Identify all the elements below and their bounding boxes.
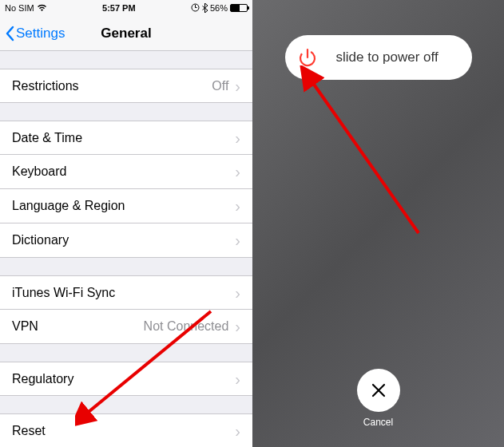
svg-line-4 bbox=[311, 80, 419, 233]
cell-value: Not Connected bbox=[144, 319, 229, 334]
chevron-right-icon: › bbox=[235, 232, 240, 248]
cell-label: Language & Region bbox=[12, 199, 235, 213]
cell-value: Off bbox=[212, 79, 228, 93]
group-localization: Date & Time › Keyboard › Language & Regi… bbox=[0, 121, 252, 258]
slide-label: slide to power off bbox=[327, 49, 469, 65]
cell-keyboard[interactable]: Keyboard › bbox=[0, 155, 252, 189]
chevron-right-icon: › bbox=[235, 130, 240, 146]
battery-pct: 56% bbox=[210, 3, 228, 13]
chevron-right-icon: › bbox=[235, 423, 240, 439]
cell-label: Reset bbox=[12, 424, 235, 438]
page-title: General bbox=[101, 26, 151, 42]
battery-icon bbox=[230, 4, 248, 12]
cell-label: Keyboard bbox=[12, 164, 235, 179]
slide-to-power-off[interactable]: slide to power off bbox=[285, 35, 472, 80]
chevron-right-icon: › bbox=[235, 285, 240, 301]
rotation-lock-icon bbox=[191, 3, 200, 14]
group-reset: Reset › Shut Down bbox=[0, 413, 252, 447]
wifi-icon bbox=[37, 4, 47, 12]
chevron-right-icon: › bbox=[235, 371, 240, 387]
back-chevron-icon bbox=[5, 26, 14, 42]
settings-general-screen: No SIM 5:57 PM 56% Settings General Rest… bbox=[0, 0, 252, 447]
close-icon bbox=[370, 382, 387, 399]
cell-label: Date & Time bbox=[12, 131, 235, 145]
cell-language-region[interactable]: Language & Region › bbox=[0, 189, 252, 224]
chevron-right-icon: › bbox=[235, 318, 240, 334]
cell-itunes-wifi-sync[interactable]: iTunes Wi-Fi Sync › bbox=[0, 275, 252, 310]
cancel-label: Cancel bbox=[357, 417, 400, 428]
cell-regulatory[interactable]: Regulatory › bbox=[0, 362, 252, 396]
cell-label: iTunes Wi-Fi Sync bbox=[12, 286, 235, 300]
cell-dictionary[interactable]: Dictionary › bbox=[0, 224, 252, 258]
annotation-arrow-power-icon bbox=[299, 65, 435, 249]
cell-reset[interactable]: Reset › bbox=[0, 413, 252, 447]
cell-label: Restrictions bbox=[12, 79, 212, 93]
bluetooth-icon bbox=[202, 3, 208, 13]
cell-date-time[interactable]: Date & Time › bbox=[0, 121, 252, 155]
back-button[interactable]: Settings bbox=[0, 26, 65, 42]
carrier-text: No SIM bbox=[5, 3, 34, 13]
cell-restrictions[interactable]: Restrictions Off › bbox=[0, 69, 252, 103]
cancel-group: Cancel bbox=[357, 369, 400, 428]
nav-bar: Settings General bbox=[0, 16, 252, 51]
cell-label: Dictionary bbox=[12, 233, 235, 247]
group-regulatory: Regulatory › bbox=[0, 362, 252, 396]
status-time: 5:57 PM bbox=[102, 3, 136, 13]
status-bar: No SIM 5:57 PM 56% bbox=[0, 0, 252, 16]
cancel-button[interactable] bbox=[357, 369, 400, 412]
cell-label: VPN bbox=[12, 319, 144, 334]
chevron-right-icon: › bbox=[235, 198, 240, 214]
power-off-screen: slide to power off Cancel bbox=[252, 0, 504, 447]
cell-label: Regulatory bbox=[12, 372, 235, 386]
cell-vpn[interactable]: VPN Not Connected › bbox=[0, 310, 252, 344]
chevron-right-icon: › bbox=[235, 78, 240, 94]
chevron-right-icon: › bbox=[235, 164, 240, 180]
back-label: Settings bbox=[16, 26, 65, 42]
group-restrictions: Restrictions Off › bbox=[0, 69, 252, 103]
group-sync: iTunes Wi-Fi Sync › VPN Not Connected › bbox=[0, 275, 252, 344]
power-icon[interactable] bbox=[288, 38, 327, 77]
